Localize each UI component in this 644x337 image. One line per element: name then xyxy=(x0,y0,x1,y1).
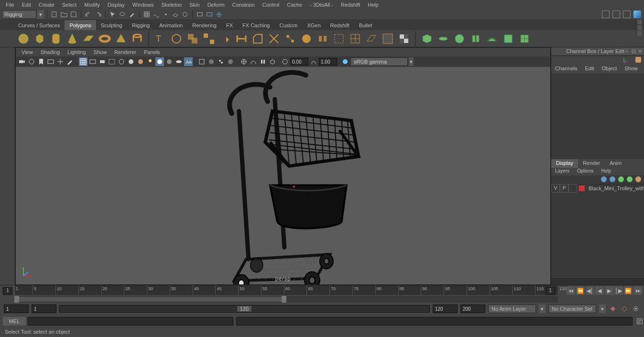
layer-color-swatch[interactable] xyxy=(579,185,585,191)
2d-pan-icon[interactable] xyxy=(56,57,65,66)
lasso-mode-icon[interactable] xyxy=(118,10,127,19)
go-to-start-icon[interactable]: ⏮ xyxy=(567,286,575,295)
shelf-tab-polygons[interactable]: Polygons xyxy=(65,20,96,30)
workspace-icon[interactable] xyxy=(602,11,610,18)
layer-add-icon[interactable] xyxy=(601,176,607,182)
play-backward-icon[interactable]: ◀ xyxy=(595,286,604,295)
channel-tab-show[interactable]: Show xyxy=(621,65,642,73)
anim-layer-dropdown[interactable]: No Anim Layer xyxy=(488,304,536,313)
menu-help[interactable]: Help xyxy=(364,0,382,9)
step-forward-frame-icon[interactable]: │▶ xyxy=(614,286,623,295)
poly-pyramid-icon[interactable] xyxy=(114,32,128,46)
shelf-tab-rigging[interactable]: Rigging xyxy=(127,20,154,30)
manipulator-icon[interactable] xyxy=(622,57,633,64)
grid-toggle-icon[interactable] xyxy=(79,57,87,66)
shelf-tab-bullet[interactable]: Bullet xyxy=(354,20,377,30)
range-end-field[interactable] xyxy=(433,304,458,313)
render-icon[interactable] xyxy=(196,10,204,19)
bridge-icon[interactable] xyxy=(234,32,249,46)
scene-object[interactable] xyxy=(194,68,366,284)
uv-icon[interactable] xyxy=(348,32,362,46)
display-layer-row[interactable]: V P Black_Mini_Trolley_with_ xyxy=(551,184,644,193)
channel-tab-object[interactable]: Object xyxy=(598,65,621,73)
range-start-field[interactable] xyxy=(32,304,56,313)
exposure-icon[interactable] xyxy=(240,57,248,66)
layer-playback-toggle[interactable]: P xyxy=(560,184,568,193)
gamma-icon[interactable] xyxy=(249,57,258,66)
menu-constrain[interactable]: Constrain xyxy=(229,0,259,9)
vp-menu-lighting[interactable]: Lighting xyxy=(64,48,90,56)
smooth-shade-icon[interactable] xyxy=(127,57,135,66)
render-settings-icon[interactable] xyxy=(215,10,223,19)
textured-icon[interactable] xyxy=(136,57,145,66)
scroll-down-icon[interactable] xyxy=(637,25,642,30)
layer-tab-display[interactable]: Display xyxy=(551,159,578,168)
menu-redshift[interactable]: Redshift xyxy=(337,0,364,9)
range-handle-start[interactable] xyxy=(14,296,19,303)
poly-torus-icon[interactable] xyxy=(98,32,112,46)
resolution-gate-icon[interactable] xyxy=(108,57,116,66)
script-language-dropdown[interactable]: MEL xyxy=(3,317,26,326)
layer-up-icon[interactable] xyxy=(618,176,624,182)
camera-attr-icon[interactable] xyxy=(27,57,36,66)
retopo-icon[interactable] xyxy=(436,32,450,46)
layer-delete-icon[interactable] xyxy=(635,176,641,182)
layer-tab-render[interactable]: Render xyxy=(578,159,605,168)
menu-windows[interactable]: Windows xyxy=(129,0,158,9)
default-material-icon[interactable] xyxy=(226,57,235,66)
range-slider[interactable] xyxy=(14,296,558,303)
step-back-key-icon[interactable]: ⏪ xyxy=(576,286,585,295)
view-cube-icon[interactable] xyxy=(268,57,277,66)
viewport-3d[interactable]: persp xyxy=(16,67,550,284)
layer-menu-help[interactable]: Help xyxy=(597,168,615,175)
svg-import-icon[interactable] xyxy=(169,32,184,46)
layer-down-icon[interactable] xyxy=(627,176,633,182)
shelf-tab-rendering[interactable]: Rendering xyxy=(187,20,221,30)
menu-file[interactable]: File xyxy=(2,0,18,9)
uv-editor-icon[interactable] xyxy=(381,32,395,46)
gate-mask-icon[interactable] xyxy=(98,57,107,66)
save-scene-icon[interactable] xyxy=(69,10,78,19)
new-scene-icon[interactable] xyxy=(50,10,59,19)
menu-create[interactable]: Create xyxy=(35,0,58,9)
step-forward-key-icon[interactable]: ⏩ xyxy=(624,286,633,295)
current-frame-field-right[interactable]: 1 xyxy=(546,287,555,295)
range-bar[interactable] xyxy=(14,297,286,302)
poly-cylinder-icon[interactable] xyxy=(49,32,63,46)
workspace-icon[interactable] xyxy=(612,11,620,18)
go-to-end-icon[interactable]: ⏭ xyxy=(633,286,642,295)
select-camera-icon[interactable] xyxy=(18,57,26,66)
snap-grid-icon[interactable] xyxy=(142,10,151,19)
sculpt-icon[interactable] xyxy=(501,32,515,46)
xray-icon[interactable] xyxy=(207,57,216,66)
smooth-icon[interactable] xyxy=(299,32,314,46)
workspace-icon[interactable] xyxy=(633,11,641,18)
gamma-field[interactable] xyxy=(319,58,337,65)
multicut-icon[interactable] xyxy=(267,32,281,46)
auto-keyframe-icon[interactable] xyxy=(609,304,617,313)
separate-icon[interactable] xyxy=(202,32,216,46)
use-all-lights-icon[interactable] xyxy=(146,57,154,66)
range-end-handle-label[interactable]: 120 xyxy=(237,306,251,312)
layer-tab-anim[interactable]: Anim xyxy=(605,159,626,168)
paint-select-icon[interactable] xyxy=(128,10,136,19)
menu-modify[interactable]: Modify xyxy=(80,0,103,9)
gamma-reset-icon[interactable] xyxy=(309,57,318,66)
menu-skin[interactable]: Skin xyxy=(186,0,203,9)
mirror-icon[interactable] xyxy=(316,32,330,46)
current-frame-field-left[interactable]: 1 xyxy=(3,287,12,295)
workspace-icon[interactable] xyxy=(623,11,631,18)
aa-icon[interactable]: AA xyxy=(184,57,193,66)
extrude-icon[interactable] xyxy=(218,32,232,46)
poly-type-icon[interactable]: T xyxy=(153,32,167,46)
select-bounds-icon[interactable] xyxy=(332,32,346,46)
open-scene-icon[interactable] xyxy=(60,10,68,19)
shelf-tab-redshift[interactable]: Redshift xyxy=(326,20,354,30)
exposure-reset-icon[interactable] xyxy=(281,57,289,66)
shelf-options-icon[interactable] xyxy=(637,31,642,36)
channel-tab-channels[interactable]: Channels xyxy=(551,65,581,73)
menu-deform[interactable]: Deform xyxy=(204,0,229,9)
vp-menu-shading[interactable]: Shading xyxy=(37,48,64,56)
snap-together-icon[interactable] xyxy=(469,32,483,46)
layer-menu-options[interactable]: Options xyxy=(573,168,597,175)
